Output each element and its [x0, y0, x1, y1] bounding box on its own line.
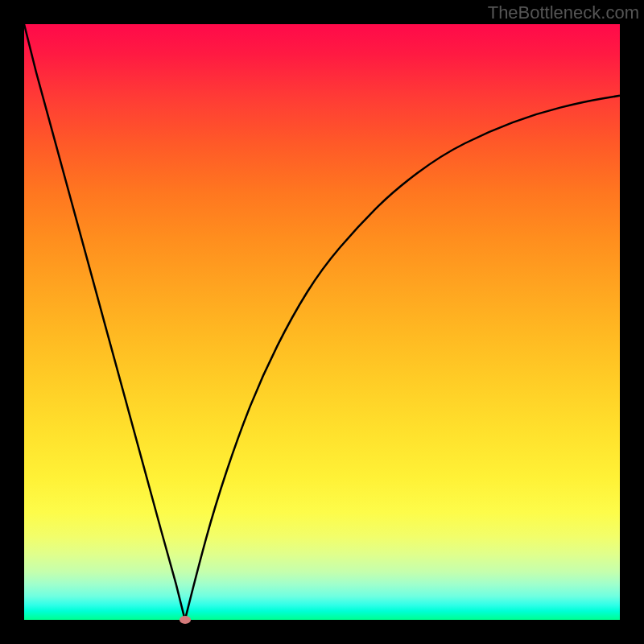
bottleneck-curve [24, 24, 620, 620]
plot-area [24, 24, 620, 620]
watermark-text: TheBottleneck.com [488, 2, 639, 23]
bottleneck-marker [180, 616, 191, 624]
chart-container: TheBottleneck.com [0, 0, 644, 644]
curve-right-branch [185, 96, 620, 620]
curve-left-branch [24, 24, 185, 620]
